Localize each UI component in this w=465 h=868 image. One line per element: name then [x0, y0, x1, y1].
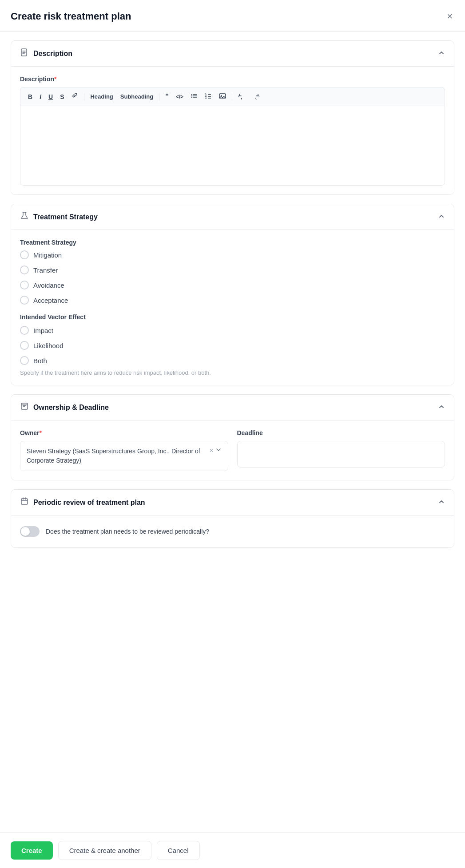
both-label: Both: [33, 357, 47, 365]
cancel-button[interactable]: Cancel: [157, 841, 200, 860]
footer-bar: Create Create & create another Cancel: [0, 832, 465, 868]
heading-btn[interactable]: Heading: [88, 92, 115, 101]
description-required-marker: *: [54, 75, 56, 83]
underline-btn[interactable]: U: [46, 92, 55, 102]
vector-help-text: Specify if the treatment here aims to re…: [20, 369, 445, 376]
svg-point-4: [191, 94, 192, 95]
ownership-body: Owner* Steven Strategy (SaaS Superstruct…: [11, 420, 454, 480]
subheading-btn[interactable]: Subheading: [118, 92, 155, 101]
close-button[interactable]: ×: [445, 10, 454, 23]
italic-btn[interactable]: I: [37, 92, 44, 102]
periodic-review-toggle-row: Does the treatment plan needs to be revi…: [20, 524, 445, 539]
ownership-header: Ownership & Deadline: [11, 395, 454, 420]
content-area: Description Description* B I U S: [0, 32, 465, 601]
likelihood-label: Likelihood: [33, 342, 64, 349]
ownership-grid: Owner* Steven Strategy (SaaS Superstruct…: [20, 429, 445, 471]
document-icon: [20, 48, 29, 59]
undo-btn[interactable]: [236, 91, 247, 102]
deadline-field-label: Deadline: [237, 429, 445, 436]
create-button[interactable]: Create: [11, 841, 53, 860]
link-btn[interactable]: [69, 91, 80, 102]
both-radio-circle: [20, 356, 29, 365]
periodic-review-body: Does the treatment plan needs to be revi…: [11, 515, 454, 547]
periodic-review-toggle-label: Does the treatment plan needs to be revi…: [46, 528, 209, 535]
avoidance-radio-circle: [20, 281, 29, 289]
ownership-section: Ownership & Deadline Owner* Steven Strat…: [11, 394, 454, 480]
code-btn[interactable]: </>: [174, 92, 186, 101]
acceptance-label: Acceptance: [33, 297, 68, 304]
description-section: Description Description* B I U S: [11, 40, 454, 195]
description-section-header: Description: [11, 41, 454, 67]
periodic-review-title: Periodic review of treatment plan: [33, 499, 145, 507]
acceptance-radio-item[interactable]: Acceptance: [20, 296, 445, 305]
owner-value: Steven Strategy (SaaS Superstructures Gr…: [27, 447, 206, 465]
rich-text-editor: B I U S Heading Subheading " </>: [20, 87, 445, 186]
deadline-input[interactable]: [237, 441, 445, 468]
treatment-strategy-chevron-icon: [438, 213, 445, 222]
svg-rect-19: [21, 403, 28, 409]
owner-dropdown-icon[interactable]: [215, 447, 222, 455]
description-chevron-icon: [438, 49, 445, 58]
svg-point-17: [221, 95, 222, 96]
vector-radio-group: Impact Likelihood Both: [20, 326, 445, 365]
svg-text:3.: 3.: [205, 96, 207, 99]
description-header-left: Description: [20, 48, 72, 59]
avoidance-label: Avoidance: [33, 281, 64, 289]
bold-btn[interactable]: B: [26, 92, 35, 102]
transfer-radio-item[interactable]: Transfer: [20, 266, 445, 274]
unordered-list-btn[interactable]: [188, 91, 200, 102]
ownership-chevron-icon: [438, 403, 445, 412]
treatment-strategy-header: Treatment Strategy: [11, 204, 454, 230]
avoidance-radio-item[interactable]: Avoidance: [20, 281, 445, 289]
mitigation-radio-item[interactable]: Mitigation: [20, 250, 445, 259]
image-btn[interactable]: [217, 91, 228, 102]
quote-btn[interactable]: ": [163, 91, 171, 102]
periodic-review-section: Periodic review of treatment plan Does t…: [11, 489, 454, 548]
periodic-review-chevron-icon: [438, 498, 445, 507]
page-header: Create risk treatment plan ×: [0, 0, 465, 32]
treatment-strategy-body: Treatment Strategy Mitigation Transfer A…: [11, 230, 454, 385]
likelihood-radio-circle: [20, 341, 29, 350]
toggle-knob: [21, 527, 30, 536]
deadline-field: Deadline: [237, 429, 445, 471]
svg-point-6: [191, 97, 192, 98]
strategy-field-label: Treatment Strategy: [20, 239, 445, 246]
impact-radio-item[interactable]: Impact: [20, 326, 445, 335]
calendar-icon: [20, 497, 29, 508]
treatment-strategy-header-left: Treatment Strategy: [20, 211, 98, 222]
treatment-strategy-title: Treatment Strategy: [33, 213, 98, 221]
owner-actions: ×: [209, 447, 221, 455]
rich-text-toolbar: B I U S Heading Subheading " </>: [20, 87, 445, 106]
create-another-button[interactable]: Create & create another: [58, 841, 151, 860]
impact-label: Impact: [33, 327, 53, 334]
treatment-strategy-section: Treatment Strategy Treatment Strategy Mi…: [11, 204, 454, 385]
impact-radio-circle: [20, 326, 29, 335]
owner-field: Owner* Steven Strategy (SaaS Superstruct…: [20, 429, 228, 471]
page-title: Create risk treatment plan: [11, 11, 131, 22]
acceptance-radio-circle: [20, 296, 29, 305]
ownership-title: Ownership & Deadline: [33, 404, 109, 412]
svg-point-5: [191, 95, 192, 96]
owner-required-marker: *: [40, 429, 42, 436]
both-radio-item[interactable]: Both: [20, 356, 445, 365]
ordered-list-btn[interactable]: 1.2.3.: [203, 91, 214, 102]
ownership-icon: [20, 402, 29, 413]
periodic-review-header: Periodic review of treatment plan: [11, 490, 454, 515]
description-editor[interactable]: [20, 106, 445, 186]
svg-rect-20: [21, 499, 28, 504]
ownership-header-left: Ownership & Deadline: [20, 402, 109, 413]
strikethrough-btn[interactable]: S: [58, 92, 66, 102]
redo-btn[interactable]: [250, 91, 262, 102]
periodic-review-header-left: Periodic review of treatment plan: [20, 497, 145, 508]
owner-field-label: Owner*: [20, 429, 228, 436]
mitigation-label: Mitigation: [33, 251, 62, 259]
likelihood-radio-item[interactable]: Likelihood: [20, 341, 445, 350]
transfer-radio-circle: [20, 266, 29, 274]
periodic-review-toggle[interactable]: [20, 526, 40, 537]
owner-clear-icon[interactable]: ×: [209, 447, 213, 455]
mitigation-radio-circle: [20, 250, 29, 259]
owner-select-box[interactable]: Steven Strategy (SaaS Superstructures Gr…: [20, 441, 228, 471]
transfer-label: Transfer: [33, 266, 58, 274]
description-body: Description* B I U S Heading Subheading …: [11, 67, 454, 194]
description-title: Description: [33, 50, 72, 58]
